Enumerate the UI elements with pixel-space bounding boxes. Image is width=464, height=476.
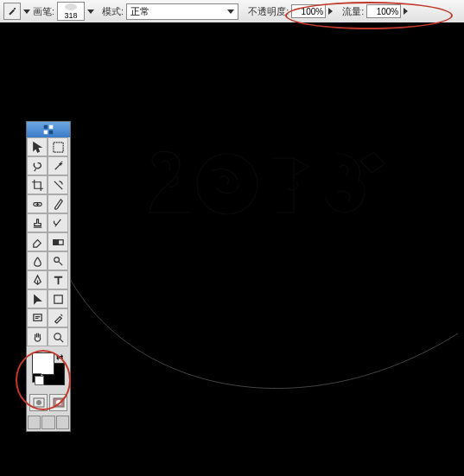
screen-full-menus[interactable] [41,416,54,429]
default-colors-icon[interactable] [32,373,44,385]
svg-rect-9 [53,239,58,244]
blend-mode-value: 正常 [130,5,149,18]
svg-point-0 [14,8,16,10]
hand-tool[interactable] [27,327,48,346]
screen-full[interactable] [56,416,69,429]
panel-title-bar[interactable] [27,122,70,137]
svg-rect-5 [49,130,53,134]
healing-tool[interactable] [27,194,48,213]
shape-tool[interactable] [48,289,68,308]
brush-size-value: 318 [65,11,78,20]
standard-mode[interactable] [29,394,48,411]
screen-standard[interactable] [28,416,41,429]
mode-label: 模式: [102,5,124,18]
flow-input[interactable] [366,4,401,18]
marquee-tool[interactable] [48,137,68,156]
zoom-tool[interactable] [48,327,68,346]
brush-label: 画笔: [33,5,54,18]
wand-tool[interactable] [48,156,68,175]
options-bar: 画笔: 318 模式: 正常 不透明度: 流量: [0,0,464,23]
stamp-tool[interactable] [27,213,48,232]
blur-tool[interactable] [27,251,48,270]
tool-grid [27,137,70,346]
artwork-2016 [143,145,397,257]
tools-panel: ⇄ [26,121,71,432]
pen-tool[interactable] [27,270,48,289]
svg-rect-12 [33,314,41,321]
eraser-tool[interactable] [27,232,48,251]
chevron-down-icon [227,10,234,14]
quickmask-mode[interactable] [49,394,67,411]
swap-colors-icon[interactable]: ⇄ [56,352,63,362]
svg-rect-2 [44,125,48,129]
svg-point-10 [54,257,59,262]
tool-preset-dropdown[interactable] [23,10,30,14]
notes-tool[interactable] [27,308,48,327]
dodge-tool[interactable] [48,251,68,270]
svg-rect-3 [49,125,53,129]
svg-point-13 [54,333,60,340]
svg-rect-11 [54,295,61,302]
svg-point-17 [56,400,61,405]
path-select-tool[interactable] [27,289,48,308]
move-tool[interactable] [27,137,48,156]
brush-dropdown[interactable] [87,10,94,14]
crop-tool[interactable] [27,175,48,194]
eyedropper-tool[interactable] [48,308,68,327]
path-curve [65,273,462,446]
gradient-tool[interactable] [48,232,68,251]
svg-rect-4 [44,130,48,134]
slice-tool[interactable] [48,175,68,194]
blend-mode-select[interactable]: 正常 [126,3,238,20]
flow-label: 流量: [342,5,364,18]
svg-rect-6 [53,142,62,151]
history-brush-tool[interactable] [48,213,68,232]
opacity-flyout[interactable] [328,8,333,15]
brush-tool[interactable] [48,194,68,213]
flow-flyout[interactable] [404,8,408,15]
foreground-color[interactable] [32,352,54,375]
type-tool[interactable] [48,270,68,289]
lasso-tool[interactable] [27,156,48,175]
svg-point-15 [36,400,41,405]
brush-preview[interactable]: 318 [57,2,85,21]
screen-modes [27,414,70,431]
tool-preset[interactable] [3,3,21,20]
color-section: ⇄ [27,346,70,391]
opacity-input[interactable] [291,4,326,18]
opacity-label: 不透明度: [248,5,289,18]
